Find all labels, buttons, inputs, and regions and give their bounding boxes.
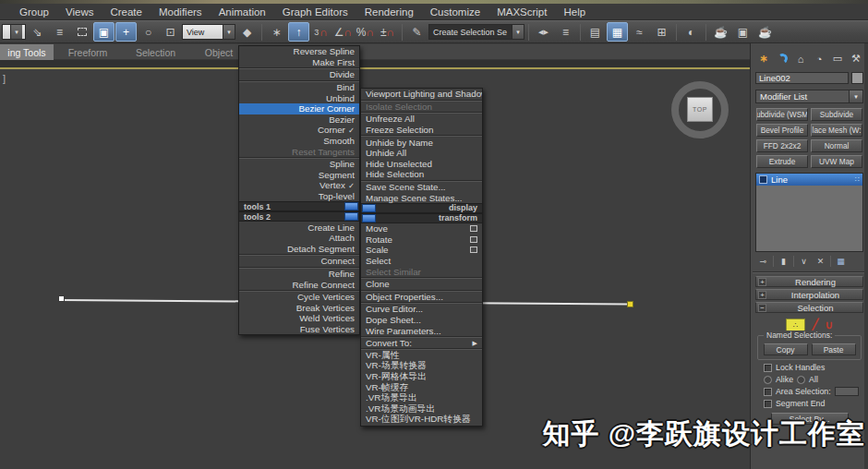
area-selection-checkbox[interactable]	[764, 388, 772, 396]
angle-snap-icon[interactable]: ∠∩	[332, 22, 354, 42]
rollout-interpolation[interactable]: + Interpolation	[755, 289, 863, 300]
spline-vertex-selected[interactable]	[627, 301, 633, 307]
menu-item-hide-unselected[interactable]: Hide Unselected	[361, 159, 482, 170]
button-subdivide[interactable]: Subdivide	[811, 108, 862, 121]
modify-tab-icon[interactable]	[775, 52, 790, 66]
area-selection-spinner[interactable]	[835, 387, 859, 396]
schematic-view-icon[interactable]: ⊞	[651, 22, 672, 42]
panel-scrollbar[interactable]	[864, 43, 868, 469]
menu-item-cycle-vertices[interactable]: Cycle Vertices	[239, 292, 359, 303]
align-icon[interactable]: ≡	[555, 22, 576, 42]
menu-item-top-level[interactable]: Top-level	[239, 191, 359, 202]
snaps-toggle-icon[interactable]: 3∩	[310, 22, 332, 42]
menu-item-viewport-lighting[interactable]: Viewport Lighting and Shadows▶	[361, 89, 482, 100]
menu-item-detach-segment[interactable]: Detach Segment	[239, 244, 359, 255]
utilities-tab-icon[interactable]: ⚒	[849, 52, 863, 66]
rollout-rendering[interactable]: + Rendering	[755, 276, 863, 287]
percent-snap-icon[interactable]: %∩	[355, 22, 376, 42]
viewport-label[interactable]: ]	[3, 73, 6, 84]
menu-item-scale[interactable]: Scale	[361, 245, 482, 256]
menu-item-vr-mesh-export[interactable]: VR-网格体导出	[361, 372, 482, 383]
show-end-result-icon[interactable]: ▮	[777, 255, 790, 267]
motion-tab-icon[interactable]: ◔	[812, 52, 826, 66]
create-tab-icon[interactable]: ∗	[756, 52, 771, 66]
menu-item-clone[interactable]: Clone	[361, 279, 482, 290]
button-uvw-map[interactable]: UVW Map	[811, 155, 862, 168]
button-normal[interactable]: Normal	[811, 139, 862, 152]
pin-stack-icon[interactable]: ⊸	[756, 255, 770, 267]
quad-header-tools1[interactable]: tools 1	[239, 201, 359, 211]
menu-item-wire-parameters[interactable]: Wire Parameters...	[361, 325, 482, 336]
menu-rendering[interactable]: Rendering	[356, 6, 422, 18]
menu-item-unfreeze-all[interactable]: Unfreeze All	[361, 114, 482, 125]
button-ffd-2x2x2[interactable]: FFD 2x2x2	[756, 139, 808, 152]
copy-button[interactable]: Copy	[764, 343, 808, 355]
menu-item-segment[interactable]: Segment	[239, 170, 359, 181]
settings-box-icon[interactable]	[470, 225, 477, 232]
dropdown-arrow-icon[interactable]: ▾	[850, 90, 863, 103]
menu-item-divide[interactable]: Divide	[239, 69, 359, 80]
manage-layers-icon[interactable]: ▤	[585, 22, 606, 42]
modifier-stack[interactable]: Line ∷	[755, 173, 863, 252]
button-bevel-profile[interactable]: Bevel Profile	[756, 124, 808, 137]
reference-coordinate-dropdown[interactable]: View ▾	[182, 24, 235, 40]
menu-item-refine[interactable]: Refine	[239, 269, 359, 280]
stack-visibility-icon[interactable]	[759, 175, 767, 184]
menu-maxscript[interactable]: MAXScript	[488, 6, 555, 18]
menu-item-break-vertices[interactable]: Break Vertices	[239, 302, 359, 313]
menu-item-vr-frame-buffer[interactable]: VR-帧缓存	[361, 382, 482, 393]
quad-header-display[interactable]: display	[361, 203, 482, 213]
stack-item-line[interactable]: Line ∷	[756, 174, 862, 186]
lock-handles-checkbox[interactable]	[764, 364, 772, 372]
select-and-manipulate-icon[interactable]: ∗	[266, 22, 287, 42]
vertex-subobject-icon[interactable]: ∴	[786, 319, 805, 331]
edit-named-selection-sets-icon[interactable]: ✎	[406, 22, 428, 42]
object-name-field[interactable]: Line002	[755, 72, 849, 84]
menu-item-vertex[interactable]: Vertex✓	[239, 180, 359, 191]
ribbon-toggle-icon[interactable]: ▦	[607, 22, 628, 42]
object-color-swatch[interactable]	[851, 72, 863, 84]
rollout-selection[interactable]: − Selection	[755, 302, 863, 313]
menu-item-unhide-all[interactable]: Unhide All	[361, 148, 482, 159]
spline-subobject-icon[interactable]: ∪	[825, 319, 833, 331]
segment-subobject-icon[interactable]: ╱	[812, 319, 818, 331]
menu-item-connect[interactable]: Connect	[239, 256, 359, 267]
hierarchy-tab-icon[interactable]: ⌂	[793, 52, 808, 66]
remove-modifier-icon[interactable]: ✕	[814, 255, 827, 267]
menu-item-bind[interactable]: Bind	[239, 82, 359, 93]
mirror-icon[interactable]: ◀▶	[533, 22, 554, 42]
select-and-move-icon[interactable]: +	[115, 22, 137, 42]
paste-button[interactable]: Paste	[812, 343, 856, 355]
menu-item-corner[interactable]: Corner✓	[239, 125, 359, 136]
select-and-rotate-icon[interactable]: ○	[138, 22, 159, 42]
menu-graph-editors[interactable]: Graph Editors	[274, 6, 356, 18]
menu-item-vrscene-export[interactable]: .VR场景导出	[361, 393, 482, 404]
all-radio[interactable]	[797, 376, 805, 384]
menu-item-attach[interactable]: Attach	[239, 233, 359, 244]
menu-animation[interactable]: Animation	[211, 6, 274, 18]
configure-modifier-sets-icon[interactable]: ▦	[834, 255, 848, 267]
curve-editor-icon[interactable]: ≈	[629, 22, 650, 42]
menu-item-hide-selection[interactable]: Hide Selection	[361, 169, 482, 180]
viewcube-top-face[interactable]: TOP	[687, 97, 713, 122]
select-by-name-icon[interactable]: ≡	[49, 22, 70, 42]
menu-item-vr-properties[interactable]: VR-属性	[361, 350, 482, 361]
menu-group[interactable]: Group	[11, 6, 57, 18]
spinner-snap-icon[interactable]: ±∩	[377, 22, 398, 42]
button-extrude[interactable]: Extrude	[756, 155, 808, 168]
menu-item-vrscene-anim-export[interactable]: .VR场景动画导出	[361, 403, 482, 415]
menu-item-curve-editor[interactable]: Curve Editor...	[361, 304, 482, 315]
window-crossing-icon[interactable]: ▣	[93, 22, 115, 42]
menu-create[interactable]: Create	[102, 6, 151, 18]
menu-item-move[interactable]: Move	[361, 223, 482, 234]
button-displace-mesh[interactable]: lace Mesh (W:	[811, 124, 862, 137]
settings-box-icon[interactable]	[470, 247, 477, 253]
rendered-frame-window-icon[interactable]: ▣	[732, 22, 753, 42]
toolbar-mini-dropdown[interactable]: ▾	[2, 24, 26, 40]
stack-subobject-icon[interactable]: ∷	[855, 175, 860, 184]
use-pivot-center-icon[interactable]: ◆	[236, 22, 258, 42]
menu-customize[interactable]: Customize	[422, 6, 488, 18]
material-editor-icon[interactable]: ◐	[681, 22, 702, 42]
menu-help[interactable]: Help	[555, 6, 594, 18]
segment-end-checkbox[interactable]	[764, 400, 772, 408]
